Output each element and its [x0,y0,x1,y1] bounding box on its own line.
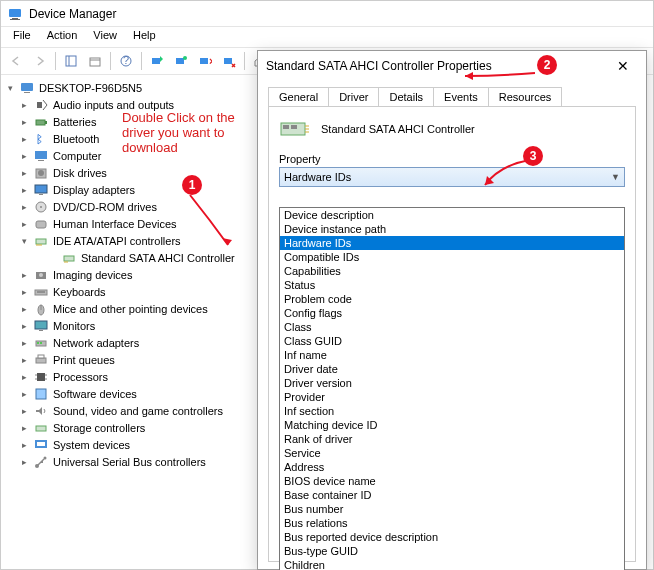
tab-resources[interactable]: Resources [489,87,563,106]
properties-dialog: Standard SATA AHCI Controller Properties… [257,50,647,570]
menu-view[interactable]: View [85,27,125,47]
toolbar-disable[interactable] [218,50,240,72]
toolbar-scan[interactable] [146,50,168,72]
mouse-icon [33,301,49,317]
dropdown-option[interactable]: BIOS device name [280,474,624,488]
svg-rect-48 [36,358,46,363]
svg-rect-62 [41,461,43,463]
tree-node-label: Storage controllers [51,422,147,434]
tab-panel-details: Standard SATA AHCI Controller Property H… [268,106,636,562]
toolbar-back[interactable] [5,50,27,72]
dropdown-option[interactable]: Config flags [280,306,624,320]
tab-general[interactable]: General [268,87,329,106]
svg-rect-56 [36,426,46,431]
chevron-right-icon[interactable]: ▸ [17,268,31,282]
tree-node-label: Keyboards [51,286,108,298]
toolbar-update[interactable] [170,50,192,72]
dropdown-option[interactable]: Driver version [280,376,624,390]
chevron-right-icon[interactable]: ▸ [17,98,31,112]
tree-node-label: DVD/CD-ROM drives [51,201,159,213]
chevron-right-icon[interactable]: ▸ [17,319,31,333]
dropdown-option[interactable]: Provider [280,390,624,404]
svg-point-38 [39,273,43,277]
cpu-icon [33,369,49,385]
dropdown-option[interactable]: Base container ID [280,488,624,502]
chevron-right-icon[interactable]: ▸ [17,353,31,367]
dialog-title: Standard SATA AHCI Controller Properties [266,59,608,73]
dropdown-option[interactable]: Class GUID [280,334,624,348]
dropdown-option[interactable]: Problem code [280,292,624,306]
chevron-right-icon[interactable]: ▸ [17,132,31,146]
toolbar-uninstall[interactable]: × [194,50,216,72]
print-icon [33,352,49,368]
chevron-right-icon[interactable]: ▸ [17,183,31,197]
chevron-down-icon[interactable]: ▾ [3,81,17,95]
toolbar-properties[interactable] [84,50,106,72]
toolbar-forward[interactable] [29,50,51,72]
chevron-right-icon[interactable]: ▸ [17,302,31,316]
dropdown-option[interactable]: Capabilities [280,264,624,278]
chevron-right-icon[interactable]: ▸ [17,217,31,231]
chevron-right-icon[interactable]: ▸ [17,455,31,469]
svg-point-61 [44,456,47,459]
titlebar: Device Manager [1,1,653,27]
battery-icon [33,114,49,130]
dropdown-option[interactable]: Hardware IDs [280,236,624,250]
chevron-right-icon[interactable]: ▸ [17,438,31,452]
chevron-down-icon[interactable]: ▾ [17,234,31,248]
tab-details[interactable]: Details [379,87,434,106]
dropdown-option[interactable]: Rank of driver [280,432,624,446]
chevron-right-icon[interactable]: ▸ [17,421,31,435]
tab-events[interactable]: Events [434,87,489,106]
svg-rect-16 [21,83,33,91]
toolbar-show-hide[interactable] [60,50,82,72]
tree-node-label: Standard SATA AHCI Controller [79,252,237,264]
property-dropdown[interactable]: Device descriptionDevice instance pathHa… [279,207,625,570]
chevron-right-icon[interactable]: ▸ [17,404,31,418]
dropdown-option[interactable]: Status [280,278,624,292]
usb-icon [33,454,49,470]
tab-driver[interactable]: Driver [329,87,379,106]
dropdown-option[interactable]: Device description [280,208,624,222]
dropdown-option[interactable]: Device instance path [280,222,624,236]
tree-node-label: Mice and other pointing devices [51,303,210,315]
device-name: Standard SATA AHCI Controller [321,123,475,135]
chevron-right-icon[interactable]: ▸ [17,387,31,401]
dropdown-option[interactable]: Matching device ID [280,418,624,432]
chevron-right-icon[interactable]: ▸ [17,149,31,163]
property-combobox[interactable]: Hardware IDs ▼ [279,167,625,187]
close-icon[interactable]: ✕ [608,53,638,79]
svg-text:?: ? [123,54,129,66]
chevron-right-icon[interactable]: ▸ [17,285,31,299]
chevron-right-icon[interactable]: ▸ [17,336,31,350]
svg-rect-64 [283,125,289,129]
chevron-right-icon[interactable]: ▸ [17,370,31,384]
dialog-titlebar: Standard SATA AHCI Controller Properties… [258,51,646,81]
dropdown-option[interactable]: Children [280,558,624,570]
toolbar-help[interactable]: ? [115,50,137,72]
dropdown-option[interactable]: Inf section [280,404,624,418]
dropdown-option[interactable]: Bus relations [280,516,624,530]
dropdown-option[interactable]: Address [280,460,624,474]
svg-rect-3 [66,56,76,66]
chevron-right-icon[interactable]: ▸ [17,115,31,129]
menu-action[interactable]: Action [39,27,86,47]
menu-file[interactable]: File [5,27,39,47]
dropdown-option[interactable]: Bus number [280,502,624,516]
dropdown-option[interactable]: Inf name [280,348,624,362]
svg-rect-29 [36,221,46,228]
chevron-right-icon[interactable]: ▸ [17,200,31,214]
chevron-right-icon[interactable]: ▸ [17,166,31,180]
dropdown-option[interactable]: Class [280,320,624,334]
dropdown-option[interactable]: Driver date [280,362,624,376]
svg-rect-20 [45,121,47,124]
svg-rect-1 [12,18,18,19]
dropdown-option[interactable]: Compatible IDs [280,250,624,264]
dropdown-option[interactable]: Bus reported device description [280,530,624,544]
svg-rect-65 [291,125,297,129]
tree-node-label: Batteries [51,116,98,128]
menu-help[interactable]: Help [125,27,164,47]
dropdown-option[interactable]: Service [280,446,624,460]
toolbar-sep [55,52,56,70]
dropdown-option[interactable]: Bus-type GUID [280,544,624,558]
